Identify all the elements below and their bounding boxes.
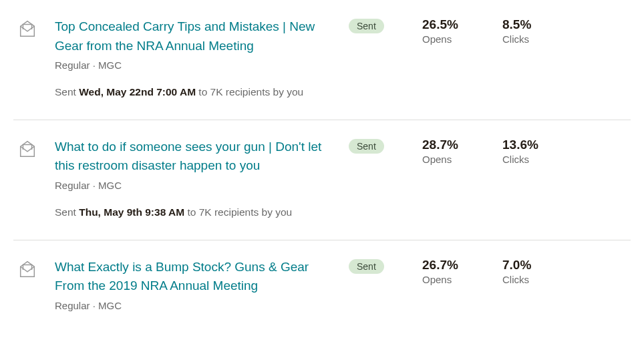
opens-label: Opens: [422, 33, 489, 45]
opens-value: 26.7%: [422, 258, 489, 273]
clicks-value: 8.5%: [502, 17, 569, 32]
sent-prefix: Sent: [55, 86, 79, 98]
mail-open-icon: [17, 19, 37, 39]
campaign-sent-line: Sent Thu, May 9th 9:38 AM to 7K recipien…: [55, 204, 329, 221]
sent-suffix: to 7K recipients by you: [196, 86, 303, 98]
status-cell: Sent: [349, 138, 409, 154]
campaign-row: Top Concealed Carry Tips and Mistakes | …: [13, 0, 631, 120]
mail-open-icon: [17, 259, 37, 279]
campaign-title-link[interactable]: Top Concealed Carry Tips and Mistakes | …: [55, 19, 315, 53]
clicks-label: Clicks: [502, 154, 569, 165]
status-badge: Sent: [349, 139, 384, 154]
opens-value: 28.7%: [422, 138, 489, 152]
campaign-info: What to do if someone sees your gun | Do…: [55, 138, 335, 221]
sent-datetime: Wed, May 22nd 7:00 AM: [79, 86, 196, 98]
campaign-type-icon-cell: [13, 258, 41, 279]
opens-stat: 26.7% Opens: [422, 258, 489, 285]
opens-label: Opens: [422, 154, 489, 165]
campaign-title-link[interactable]: What Exactly is a Bump Stock? Guns & Gea…: [55, 260, 309, 293]
status-badge: Sent: [349, 259, 384, 274]
clicks-label: Clicks: [502, 33, 569, 45]
campaign-title-link[interactable]: What to do if someone sees your gun | Do…: [55, 140, 321, 173]
opens-value: 26.5%: [422, 17, 489, 32]
campaign-row: What Exactly is a Bump Stock? Guns & Gea…: [13, 240, 631, 330]
campaign-info: Top Concealed Carry Tips and Mistakes | …: [55, 17, 335, 101]
opens-label: Opens: [422, 274, 489, 285]
opens-stat: 26.5% Opens: [422, 17, 489, 45]
sent-datetime: Thu, May 9th 9:38 AM: [79, 206, 184, 218]
clicks-label: Clicks: [502, 274, 569, 285]
opens-stat: 28.7% Opens: [422, 138, 489, 165]
campaign-info: What Exactly is a Bump Stock? Guns & Gea…: [55, 258, 335, 311]
clicks-stat: 13.6% Clicks: [502, 138, 569, 165]
campaign-type-line: Regular · MGC: [55, 180, 329, 191]
campaign-type-icon-cell: [13, 17, 41, 39]
sent-suffix: to 7K recipients by you: [184, 206, 292, 218]
campaign-type-line: Regular · MGC: [55, 59, 329, 71]
status-badge: Sent: [349, 19, 384, 33]
campaign-type-line: Regular · MGC: [55, 300, 329, 311]
clicks-stat: 8.5% Clicks: [502, 17, 569, 45]
clicks-value: 13.6%: [502, 138, 569, 152]
status-cell: Sent: [349, 17, 409, 33]
mail-open-icon: [17, 139, 37, 159]
clicks-stat: 7.0% Clicks: [502, 258, 569, 285]
campaign-type-icon-cell: [13, 138, 41, 159]
status-cell: Sent: [349, 258, 409, 274]
campaign-list: Top Concealed Carry Tips and Mistakes | …: [0, 0, 644, 330]
campaign-sent-line: Sent Wed, May 22nd 7:00 AM to 7K recipie…: [55, 84, 329, 101]
sent-prefix: Sent: [55, 206, 79, 218]
campaign-row: What to do if someone sees your gun | Do…: [13, 120, 631, 240]
clicks-value: 7.0%: [502, 258, 569, 273]
